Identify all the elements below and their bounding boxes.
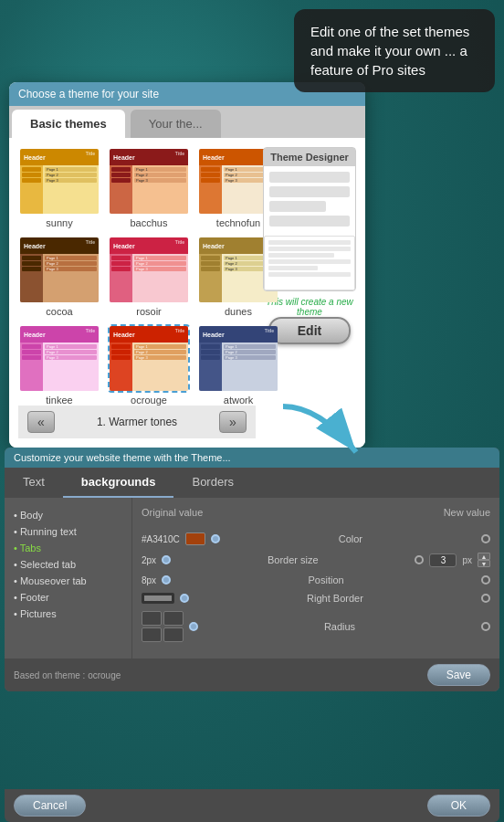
position-row: 8px Position <box>142 574 490 585</box>
tab-text[interactable]: Text <box>5 468 63 498</box>
customize-text: Customize your website theme with the Th… <box>14 452 231 463</box>
save-button[interactable]: Save <box>427 664 490 686</box>
position-label: Position <box>176 574 476 585</box>
tab-borders[interactable]: Borders <box>173 468 252 498</box>
theme-designer-title: Theme Designer <box>264 148 355 166</box>
right-border-radio-new[interactable] <box>481 594 490 603</box>
theme-name-sunny: sunny <box>18 217 100 228</box>
theme-item-rosoir[interactable]: HeaderTitle Page 1 Page 2 <box>108 236 190 317</box>
tab-backgrounds[interactable]: backgrounds <box>63 468 174 498</box>
bottom-bar: Cancel OK <box>5 789 499 822</box>
tabs-row: Basic themes Your the... <box>9 106 365 138</box>
td-preview-line-5 <box>268 266 318 270</box>
td-preview-line-6 <box>268 272 351 277</box>
radius-cell-3 <box>142 627 162 642</box>
theme-designer-panel: Theme Designer <box>263 147 356 291</box>
edit-button[interactable]: Edit <box>268 317 351 344</box>
td-preview <box>264 236 355 290</box>
right-border-label: Right Border <box>194 593 476 604</box>
bp-values-area: Original value New value #A3410C Color 2… <box>132 498 499 659</box>
radius-cell-1 <box>142 611 162 626</box>
color-row: #A3410C Color <box>142 532 490 545</box>
td-preview-line-1 <box>268 240 351 245</box>
bp-footer: Based on theme : ocrouge Save <box>5 659 499 691</box>
card-header-text: Choose a theme for your site <box>18 88 159 100</box>
position-radio-orig[interactable] <box>162 575 171 585</box>
td-preview-line-3 <box>268 253 334 258</box>
radius-cell-4 <box>163 627 184 642</box>
color-radio-new[interactable] <box>481 534 490 543</box>
right-border-row: Right Border <box>142 593 490 604</box>
radius-row: Radius <box>142 611 490 642</box>
radius-num-grid <box>142 611 184 642</box>
radius-radio-orig[interactable] <box>189 622 198 631</box>
radius-cell-2 <box>163 611 184 626</box>
theme-designer-body <box>264 166 355 232</box>
color-radio-orig[interactable] <box>211 534 220 543</box>
theme-item-ocrouge[interactable]: HeaderTitle Page 1 Page 2 <box>108 324 190 406</box>
border-size-unit: px <box>462 555 472 565</box>
border-size-row: 2px Border size px ▲ ▼ <box>142 553 490 567</box>
tooltip-text: Edit one of the set themes and make it y… <box>310 24 469 78</box>
theme-name-ocrouge: ocrouge <box>108 395 190 406</box>
border-size-radio-new[interactable] <box>415 555 424 564</box>
cancel-button[interactable]: Cancel <box>14 795 86 817</box>
border-size-input[interactable] <box>429 553 457 567</box>
border-preview <box>142 593 174 604</box>
theme-item-bacchus[interactable]: HeaderTitle Page 1 Page 2 <box>108 147 190 228</box>
color-swatch[interactable] <box>185 532 205 545</box>
position-radio-new[interactable] <box>481 575 490 585</box>
spin-buttons: ▲ ▼ <box>478 553 490 567</box>
theme-nav-row: « 1. Warmer tones » <box>18 406 256 438</box>
theme-name-tinkee: tinkee <box>18 395 100 406</box>
td-row-1 <box>269 172 350 183</box>
td-row-2 <box>269 186 350 197</box>
radius-label: Radius <box>204 621 476 632</box>
prop-pictures[interactable]: Pictures <box>14 606 122 622</box>
theme-item-tinkee[interactable]: HeaderTitle Page 1 Page 2 <box>18 324 100 406</box>
spin-down[interactable]: ▼ <box>478 560 490 567</box>
original-value-label: Original value <box>142 507 203 518</box>
theme-chooser-card: Choose a theme for your site Basic theme… <box>9 82 365 448</box>
prop-tabs[interactable]: Tabs <box>14 540 122 556</box>
bp-tabs: Text backgrounds Borders <box>5 468 499 498</box>
prop-body[interactable]: Body <box>14 507 122 523</box>
right-border-radio-orig[interactable] <box>180 594 189 603</box>
theme-name-bacchus: bacchus <box>108 217 190 228</box>
color-hex: #A3410C <box>142 534 180 544</box>
bottom-panel: Customize your website theme with the Th… <box>5 448 499 691</box>
border-size-label: Border size <box>176 554 409 565</box>
td-preview-line-4 <box>268 259 351 264</box>
tab-your-themes[interactable]: Your the... <box>131 110 221 138</box>
bp-property-list: Body Running text Tabs Selected tab Mous… <box>5 498 132 659</box>
td-row-4 <box>269 216 350 227</box>
ok-button[interactable]: OK <box>427 795 490 817</box>
prop-running-text[interactable]: Running text <box>14 523 122 540</box>
theme-grid: HeaderTitle Page 1 Page 2 <box>18 147 256 406</box>
prev-btn[interactable]: « <box>27 411 55 433</box>
position-orig: 8px <box>142 575 156 585</box>
color-label: Color <box>226 533 476 544</box>
td-preview-line-2 <box>268 247 351 251</box>
theme-item-cocoa[interactable]: HeaderTitle Page 1 Page 2 <box>18 236 100 317</box>
prop-footer[interactable]: Footer <box>14 589 122 606</box>
customize-bar: Customize your website theme with the Th… <box>5 448 499 468</box>
tab-basic-themes[interactable]: Basic themes <box>12 110 125 138</box>
prop-mouseover-tab[interactable]: Mouseover tab <box>14 573 122 589</box>
theme-item-sunny[interactable]: HeaderTitle Page 1 Page 2 <box>18 147 100 228</box>
next-btn[interactable]: » <box>219 411 247 433</box>
arrow-icon <box>265 397 374 470</box>
theme-name-cocoa: cocoa <box>18 306 100 317</box>
bp-body: Body Running text Tabs Selected tab Mous… <box>5 498 499 659</box>
based-on-text: Based on theme : ocrouge <box>14 670 121 680</box>
tooltip-bubble: Edit one of the set themes and make it y… <box>294 9 495 92</box>
radius-radio-new[interactable] <box>481 622 490 631</box>
border-size-radio-orig[interactable] <box>162 555 171 564</box>
spin-up[interactable]: ▲ <box>478 553 490 560</box>
prop-selected-tab[interactable]: Selected tab <box>14 556 122 573</box>
theme-name-rosoir: rosoir <box>108 306 190 317</box>
new-value-label: New value <box>444 507 490 525</box>
nav-label: 1. Warmer tones <box>97 416 177 428</box>
border-size-orig: 2px <box>142 555 156 565</box>
td-row-3 <box>269 201 326 212</box>
